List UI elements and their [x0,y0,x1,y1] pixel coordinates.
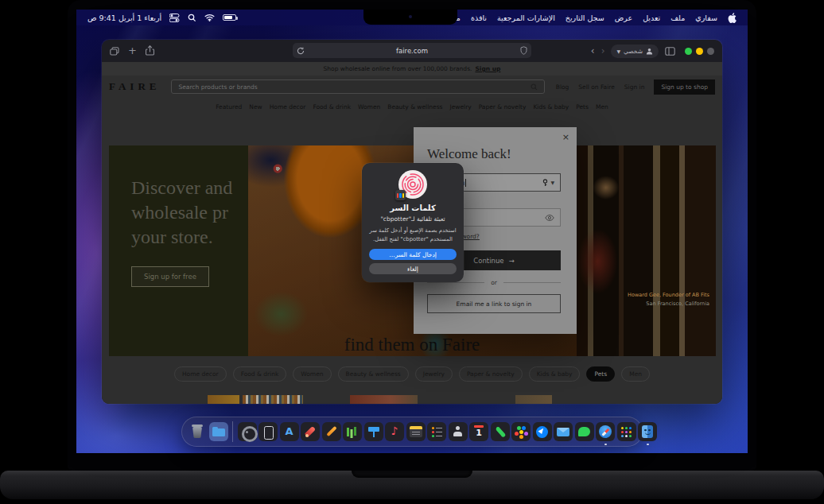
cancel-button[interactable]: إلغاء [369,263,457,274]
category-pill[interactable]: Paper & novelty [459,366,523,382]
safari-toolbar: + faire.com ‹ › ▼ شخصي [102,40,722,62]
phone-icon[interactable] [491,422,510,441]
photos-icon[interactable] [511,422,531,441]
password-autofill-key-icon[interactable]: ▼ [542,179,554,187]
header-link[interactable]: Blog [556,83,569,91]
category-link[interactable]: Paper & novelty [479,103,527,110]
numbers-icon[interactable] [343,422,362,441]
banner-signup-link[interactable]: Sign up [475,65,500,72]
show-password-eye-icon[interactable] [545,215,554,221]
category-pill[interactable]: Home decor [174,366,227,382]
status-icons: أربعاء 1 أبريل 9:41 ص [87,14,236,22]
finder-icon[interactable] [638,422,657,441]
zoom-button[interactable] [685,48,692,55]
category-link[interactable]: Featured [216,103,242,110]
hero-text-panel: Discover and wholesale pr your store. Si… [109,145,248,356]
person-icon [646,48,653,55]
category-pill[interactable]: Men [621,366,650,382]
category-link[interactable]: Pets [576,103,589,110]
messages-icon[interactable] [575,422,594,441]
founder-location: San Francisco, California [628,300,709,308]
close-icon[interactable]: × [562,133,569,142]
promo-banner: Shop wholesale online from over 100,000 … [102,62,722,76]
sidebar-icon[interactable] [665,44,675,59]
toolbar-left-cluster: + [110,40,154,62]
continue-label: Continue [473,257,503,265]
new-tab-icon[interactable]: + [128,45,137,56]
faire-logo[interactable]: FAIRE [109,80,160,93]
notes-icon[interactable] [406,422,426,441]
keynote-icon[interactable] [364,422,383,441]
category-pill[interactable]: Kids & baby [529,366,581,382]
category-link[interactable]: Beauty & wellness [387,103,442,110]
wifi-icon[interactable] [204,14,215,21]
category-pills: Home decorFood & drinkWomenBeauty & well… [102,366,722,382]
signup-to-shop-button[interactable]: Sign up to shop [654,79,715,95]
banner-text: Shop wholesale online from over 100,000 … [324,65,472,72]
product-image [350,395,418,404]
window-controls [685,48,714,55]
menu-item[interactable]: عرض [615,14,632,22]
section-heading: find them on Faire [102,335,722,355]
chevron-down-icon: ▼ [616,48,620,54]
profile-switcher[interactable]: ▼ شخصي [611,45,659,58]
address-bar[interactable]: faire.com [293,43,531,58]
forward-button[interactable]: › [601,46,605,56]
header-link[interactable]: Sell on Faire [578,83,615,91]
menu-item[interactable]: سجل التاريخ [566,14,604,22]
apple-menu-icon[interactable] [728,13,737,23]
menu-item[interactable]: الإشارات المرجعية [497,14,555,22]
touchid-autofill-dialog: كلمات السر تعبئة تلقائية لـ"cbpotter" اس… [362,163,464,282]
menu-item[interactable]: ملف [670,14,685,22]
iphone-mirroring-icon[interactable] [258,422,278,441]
downloads-folder-icon[interactable] [209,422,228,441]
category-link[interactable]: New [249,103,262,110]
category-pill[interactable]: Food & drink [233,366,287,382]
control-center-icon[interactable] [169,14,180,22]
pages-icon[interactable] [322,422,341,441]
safari-icon[interactable] [596,422,615,441]
contacts-icon[interactable] [449,422,468,441]
enter-password-button[interactable]: إدخال كلمة السر… [369,249,457,260]
email-link-button[interactable]: Email me a link to sign in [427,294,561,313]
tab-overview-icon[interactable] [110,44,119,59]
category-pill[interactable]: Pets [586,366,615,382]
category-pill[interactable]: Jewelry [415,366,453,382]
mail-icon[interactable] [554,422,573,441]
back-button[interactable]: ‹ [591,46,595,56]
menu-item[interactable]: نافذة [471,14,487,22]
close-button[interactable] [707,48,714,55]
share-icon[interactable] [146,44,154,59]
settings-icon[interactable] [238,422,257,441]
minimize-button[interactable] [696,48,703,55]
reminders-icon[interactable] [427,422,446,441]
category-link[interactable]: Women [358,103,380,110]
search-input[interactable]: Search products or brands [171,79,544,94]
launchpad-icon[interactable] [617,422,636,441]
category-link[interactable]: Jewelry [449,103,471,110]
clock[interactable]: أربعاء 1 أبريل 9:41 ص [87,14,161,22]
header-link[interactable]: Sign in [624,83,645,91]
rocket-icon[interactable] [301,422,320,441]
category-pill[interactable]: Women [293,366,331,382]
menu-item[interactable]: تعديل [643,14,660,22]
touchid-subtitle: تعبئة تلقائية لـ"cbpotter" [380,215,445,223]
category-link[interactable]: Home decor [270,103,306,110]
music-icon[interactable] [385,422,404,441]
menu-list: سفاريملفتعديلعرضسجل التاريخالإشارات المر… [435,14,717,22]
trash-icon[interactable] [188,422,207,441]
menu-item[interactable]: سفاري [695,14,717,22]
battery-icon[interactable] [223,14,236,21]
app-store-icon[interactable] [280,422,299,441]
calendar-icon[interactable] [469,422,488,441]
find-my-icon[interactable] [533,422,552,441]
search-icon[interactable] [188,14,196,22]
category-link[interactable]: Food & drink [313,103,351,110]
category-link[interactable]: Men [596,103,608,110]
reload-icon[interactable] [293,47,309,55]
category-link[interactable]: Kids & baby [533,103,569,110]
laptop-base [0,471,824,499]
privacy-shield-icon[interactable] [515,46,531,55]
category-pill[interactable]: Beauty & wellness [338,366,409,382]
signup-free-button[interactable]: Sign up for free [131,266,209,287]
